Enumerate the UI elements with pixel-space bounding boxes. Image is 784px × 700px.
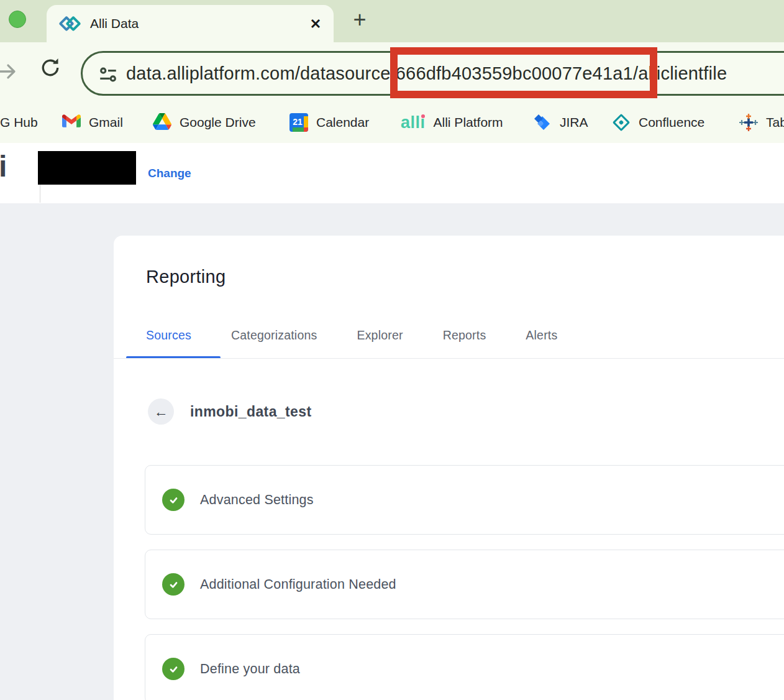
reporting-card: Reporting Sources Categorizations Explor… <box>114 236 784 700</box>
bookmark-calendar[interactable]: 21 Calendar <box>289 101 369 143</box>
back-button[interactable]: ← <box>148 398 174 425</box>
alli-data-favicon-icon <box>60 14 83 33</box>
google-calendar-icon: 21 <box>289 113 308 132</box>
step-label: Define your data <box>200 661 300 677</box>
bookmark-label: Google Drive <box>180 115 256 130</box>
bookmark-google-drive[interactable]: Google Drive <box>153 101 256 143</box>
confluence-icon <box>612 113 631 132</box>
svg-text:21: 21 <box>293 117 303 127</box>
tabs-divider <box>114 358 784 359</box>
bookmark-g-hub[interactable]: G Hub <box>0 101 38 143</box>
change-client-link[interactable]: Change <box>148 167 191 180</box>
new-tab-button[interactable]: + <box>345 6 374 34</box>
bookmark-label: Calendar <box>316 115 369 130</box>
back-arrow-icon: ← <box>154 403 168 420</box>
bookmark-label: JIRA <box>560 115 588 130</box>
main-content: Reporting Sources Categorizations Explor… <box>0 203 784 700</box>
reload-button[interactable] <box>39 56 62 82</box>
tab-sources[interactable]: Sources <box>146 328 191 343</box>
jira-icon <box>533 113 552 132</box>
tab-close-icon[interactable]: ✕ <box>305 14 326 35</box>
tab-title: Alli Data <box>90 16 139 31</box>
tableau-icon <box>739 113 758 132</box>
dropdown-border-fragment <box>40 185 40 203</box>
browser-window: Alli Data ✕ + data.allip <box>0 0 784 700</box>
alli-logo-icon: allı <box>401 113 426 132</box>
gmail-icon <box>62 113 81 132</box>
tab-categorizations[interactable]: Categorizations <box>231 328 317 343</box>
bookmark-label: Confluence <box>639 115 704 130</box>
site-settings-icon[interactable] <box>98 64 119 88</box>
bookmark-jira[interactable]: JIRA <box>533 101 588 143</box>
site-header: i Change <box>0 143 784 203</box>
browser-toolbar: data.alliplatform.com/datasource/666dfb4… <box>0 42 784 143</box>
bookmark-alli-platform[interactable]: allı Alli Platform <box>401 101 503 143</box>
bookmark-gmail[interactable]: Gmail <box>62 101 123 143</box>
source-header-row: ← inmobi_data_test <box>148 398 312 425</box>
bookmark-confluence[interactable]: Confluence <box>612 101 704 143</box>
bookmark-label: Gmail <box>89 115 123 130</box>
step-label: Advanced Settings <box>200 492 314 508</box>
forward-button[interactable] <box>0 61 19 85</box>
step-define-your-data[interactable]: Define your data <box>145 634 784 700</box>
red-highlight-annotation <box>390 47 657 98</box>
bookmark-label: Tableau <box>766 115 784 130</box>
browser-tab[interactable]: Alli Data ✕ <box>47 5 334 42</box>
check-complete-icon <box>162 573 185 596</box>
step-additional-configuration[interactable]: Additional Configuration Needed <box>145 550 784 619</box>
bookmark-label: G Hub <box>0 115 38 130</box>
step-advanced-settings[interactable]: Advanced Settings <box>145 465 784 535</box>
tab-reports[interactable]: Reports <box>443 328 486 343</box>
tab-strip: Alli Data ✕ + <box>0 0 784 42</box>
page-title: Reporting <box>146 267 226 287</box>
step-label: Additional Configuration Needed <box>200 577 396 592</box>
reporting-tabs: Sources Categorizations Explorer Reports… <box>146 323 557 348</box>
macos-green-button[interactable] <box>9 11 26 28</box>
bookmark-label: Alli Platform <box>434 115 503 130</box>
bookmarks-bar: G Hub Gmail <box>0 101 784 143</box>
bookmark-tableau[interactable]: Tableau <box>739 101 784 143</box>
source-name: inmobi_data_test <box>190 403 312 420</box>
google-drive-icon <box>153 113 171 132</box>
redacted-client-name <box>38 151 136 185</box>
check-complete-icon <box>162 658 185 680</box>
tab-alerts[interactable]: Alerts <box>526 328 557 343</box>
tab-explorer[interactable]: Explorer <box>357 328 403 343</box>
alli-logo-fragment: i <box>0 149 7 183</box>
check-complete-icon <box>162 489 185 511</box>
